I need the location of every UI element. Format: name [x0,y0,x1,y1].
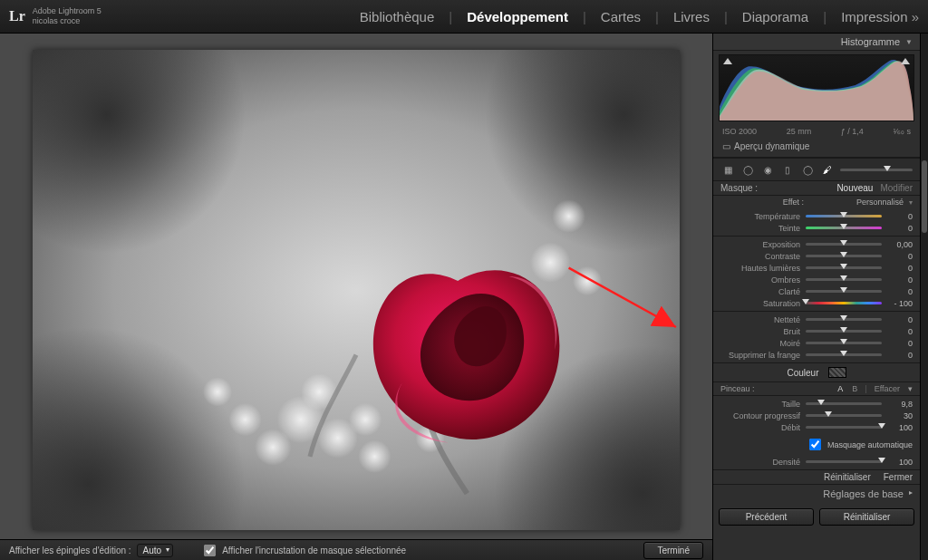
slider-track[interactable] [806,255,882,257]
slider-track[interactable] [806,426,882,429]
slider-track[interactable] [806,330,882,333]
slider-d-bit[interactable]: Débit 100 [717,421,913,433]
highlight-clip-icon[interactable] [901,58,910,64]
color-swatch[interactable] [828,367,846,378]
slider-densit-[interactable]: Densité 100 [717,456,913,468]
slider-hautes-lumi-res[interactable]: Hautes lumières 0 [717,262,913,274]
shadow-clip-icon[interactable] [723,58,732,64]
slider-track[interactable] [806,243,882,246]
color-row[interactable]: Couleur [713,363,920,382]
slider-teinte[interactable]: Teinte 0 [717,222,913,234]
tool-size-slider[interactable] [840,169,913,171]
nav-book[interactable]: Livres [673,9,710,24]
slider-track[interactable] [806,278,882,281]
exif-iso: ISO 2000 [722,127,757,136]
slider-label: Ombres [717,275,800,285]
smart-preview-label: Aperçu dynamique [734,141,809,151]
slider-label: Netteté [717,315,800,324]
basic-panel-header[interactable]: Réglages de base ▸ [713,485,920,503]
slider-track[interactable] [806,302,882,304]
mask-overlay-checkbox[interactable] [204,545,216,556]
radial-tool-icon[interactable]: ◯ [800,162,815,177]
svg-point-9 [349,403,382,437]
color-label: Couleur [787,368,818,378]
mask-overlay-check[interactable]: Afficher l'incrustation de masque sélect… [200,542,406,559]
slider-value: 100 [887,423,913,432]
svg-point-14 [530,242,571,283]
slider-label: Moiré [717,339,800,348]
spot-tool-icon[interactable]: ◯ [740,162,755,177]
sliders-group-detail: Netteté 0 Bruit 0 Moiré 0 Supprimer la f… [713,312,920,363]
slider-exposition[interactable]: Exposition 0,00 [717,238,913,250]
nav-library[interactable]: Bibliothèque [360,9,435,24]
slider-track[interactable] [806,414,882,417]
slider-track[interactable] [806,290,882,293]
slider-contour-progressif[interactable]: Contour progressif 30 [717,410,913,421]
nav-slideshow[interactable]: Diaporama [742,9,808,24]
nav-print[interactable]: Impression [841,9,919,24]
slider-track[interactable] [806,353,882,356]
automask-label: Masquage automatique [827,440,913,449]
slider-label: Taille [717,400,800,409]
svg-point-21 [358,439,392,473]
close-brush-button[interactable]: Fermer [884,472,913,482]
slider-bruit[interactable]: Bruit 0 [717,325,913,337]
slider-track[interactable] [806,342,882,344]
reset-brush-button[interactable]: Réinitialiser [824,472,871,482]
redeye-tool-icon[interactable]: ◉ [760,162,775,177]
previous-button[interactable]: Précédent [719,508,814,526]
brush-footer: Réinitialiser Fermer [713,470,920,485]
local-adjust-toolstrip: ▦ ◯ ◉ ▯ ◯ 🖌 [713,158,920,181]
mask-edit-button[interactable]: Modifier [880,183,913,193]
slider-temp-rature[interactable]: Température 0 [717,210,913,222]
slider-value: 0 [887,327,913,336]
exif-focal: 25 mm [787,127,812,136]
slider-value: 100 [887,458,913,467]
slider-track[interactable] [806,402,882,405]
automask-row[interactable]: Masquage automatique [713,435,920,454]
panel-scrollbar[interactable] [920,34,928,560]
app-logo: Lr [9,8,25,24]
crop-tool-icon[interactable]: ▦ [720,162,735,177]
slider-supprimer-la-frange[interactable]: Supprimer la frange 0 [717,349,913,361]
nav-develop[interactable]: Développement [467,9,568,24]
automask-checkbox[interactable] [809,439,821,450]
brush-b-button[interactable]: B [852,384,857,393]
reset-button[interactable]: Réinitialiser [819,508,914,526]
slider-value: 0 [887,351,913,360]
mask-new-button[interactable]: Nouveau [836,183,873,193]
slider-label: Hautes lumières [717,264,800,273]
brush-tool-icon[interactable]: 🖌 [820,162,835,177]
histogram-chart[interactable] [719,54,914,121]
slider-track[interactable] [806,215,882,217]
pins-mode-dropdown[interactable]: Auto [137,544,174,557]
slider-track[interactable] [806,318,882,321]
pins-label: Afficher les épingles d'édition : [9,546,131,555]
slider-clart-[interactable]: Clarté 0 [717,285,913,297]
slider-track[interactable] [806,460,882,463]
gradient-tool-icon[interactable]: ▯ [780,162,795,177]
brush-a-button[interactable]: A [837,384,843,393]
slider-moir-[interactable]: Moiré 0 [717,337,913,349]
slider-label: Contour progressif [717,411,800,420]
slider-contraste[interactable]: Contraste 0 [717,250,913,262]
done-button[interactable]: Terminé [643,542,703,559]
slider-track[interactable] [806,227,882,229]
slider-track[interactable] [806,266,882,269]
svg-point-20 [203,377,233,407]
slider-nettet-[interactable]: Netteté 0 [717,314,913,325]
slider-saturation[interactable]: Saturation - 100 [717,297,913,309]
topbar: Lr Adobe Lightroom 5 nicolas croce Bibli… [0,0,928,34]
effect-row[interactable]: Effet : Personnalisé ▾ [713,196,920,208]
brush-erase-button[interactable]: Effacer [875,384,900,393]
product-name: Adobe Lightroom 5 [33,6,102,16]
nav-buttons: Précédent Réinitialiser [713,503,920,531]
effect-value[interactable]: Personnalisé [809,198,904,207]
slider-taille[interactable]: Taille 9,8 [717,398,913,410]
histogram-header[interactable]: Histogramme ▼ [713,34,920,51]
nav-map[interactable]: Cartes [601,9,641,24]
smart-preview-row: ▭ Aperçu dynamique [713,138,920,158]
scrollbar-thumb[interactable] [922,160,927,233]
slider-ombres[interactable]: Ombres 0 [717,274,913,285]
image-canvas[interactable] [33,50,680,530]
